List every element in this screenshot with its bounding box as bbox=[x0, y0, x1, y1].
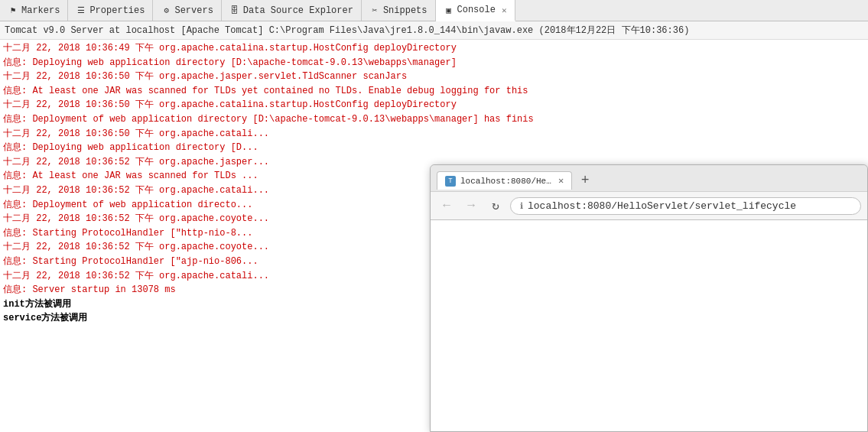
browser-forward-button[interactable]: → bbox=[461, 196, 481, 216]
console-icon: ▣ bbox=[444, 5, 454, 15]
browser-tab-close-icon[interactable]: ✕ bbox=[558, 175, 564, 187]
ide-panel: ⚑ Markers ☰ Properties ⚙ Servers 🗄 Data … bbox=[0, 0, 868, 432]
console-line: 十二月 22, 2018 10:36:50 下午 org.apache.jasp… bbox=[3, 70, 865, 84]
console-line: 十二月 22, 2018 10:36:49 下午 org.apache.cata… bbox=[3, 41, 865, 56]
console-line: 信息: Deploying web application directory … bbox=[3, 56, 865, 70]
console-line: 信息: Deploying web application directory … bbox=[3, 141, 865, 155]
markers-icon: ⚑ bbox=[8, 5, 18, 16]
browser-nav-bar: ← → ↻ ℹ localhost:8080/HelloServlet/serv… bbox=[431, 191, 867, 219]
browser-tab-row: T localhost:8080/HelloServlet/sc ✕ + bbox=[431, 165, 867, 191]
snippets-icon: ✂ bbox=[369, 5, 380, 16]
browser-chrome: T localhost:8080/HelloServlet/sc ✕ + ← →… bbox=[431, 165, 867, 220]
tab-console-label: Console bbox=[457, 5, 496, 15]
tab-properties-label: Properties bbox=[89, 5, 145, 16]
browser-back-button[interactable]: ← bbox=[437, 196, 457, 216]
new-tab-button[interactable]: + bbox=[575, 171, 595, 190]
properties-icon: ☰ bbox=[76, 5, 86, 16]
browser-reload-button[interactable]: ↻ bbox=[486, 196, 506, 216]
console-line: 十二月 22, 2018 10:36:50 下午 org.apache.cata… bbox=[3, 127, 865, 141]
console-line: 十二月 22, 2018 10:36:50 下午 org.apache.cata… bbox=[3, 98, 865, 112]
browser-body bbox=[431, 220, 867, 431]
console-line: 信息: Deployment of web application direct… bbox=[3, 112, 865, 127]
ide-tab-bar: ⚑ Markers ☰ Properties ⚙ Servers 🗄 Data … bbox=[0, 0, 868, 21]
browser-tab-icon: T bbox=[445, 176, 456, 187]
browser-tab-label: localhost:8080/HelloServlet/sc bbox=[460, 177, 552, 186]
server-info-text: Tomcat v9.0 Server at localhost [Apache … bbox=[5, 25, 689, 36]
datasource-icon: 🗄 bbox=[229, 5, 240, 16]
tab-datasource-label: Data Source Explorer bbox=[243, 5, 353, 16]
address-bar-info-icon: ℹ bbox=[520, 201, 523, 211]
browser-tab-active[interactable]: T localhost:8080/HelloServlet/sc ✕ bbox=[437, 171, 572, 190]
address-bar[interactable]: ℹ localhost:8080/HelloServlet/servlet_li… bbox=[510, 197, 861, 215]
console-line: 信息: At least one JAR was scanned for TLD… bbox=[3, 84, 865, 99]
tab-servers[interactable]: ⚙ Servers bbox=[153, 0, 221, 21]
tab-servers-label: Servers bbox=[174, 5, 213, 16]
tab-markers[interactable]: ⚑ Markers bbox=[0, 0, 68, 21]
server-info-bar: Tomcat v9.0 Server at localhost [Apache … bbox=[0, 21, 868, 40]
tab-datasource[interactable]: 🗄 Data Source Explorer bbox=[222, 0, 362, 21]
tab-markers-label: Markers bbox=[21, 5, 60, 16]
browser-popup: T localhost:8080/HelloServlet/sc ✕ + ← →… bbox=[430, 164, 868, 432]
tab-snippets-label: Snippets bbox=[383, 5, 427, 16]
console-close-icon[interactable]: ✕ bbox=[502, 5, 507, 15]
tab-console[interactable]: ▣ Console ✕ bbox=[436, 0, 515, 21]
tab-properties[interactable]: ☰ Properties bbox=[68, 0, 153, 21]
servers-icon: ⚙ bbox=[161, 5, 171, 16]
address-bar-url: localhost:8080/HelloServlet/servlet_life… bbox=[528, 200, 796, 212]
tab-snippets[interactable]: ✂ Snippets bbox=[362, 0, 436, 21]
